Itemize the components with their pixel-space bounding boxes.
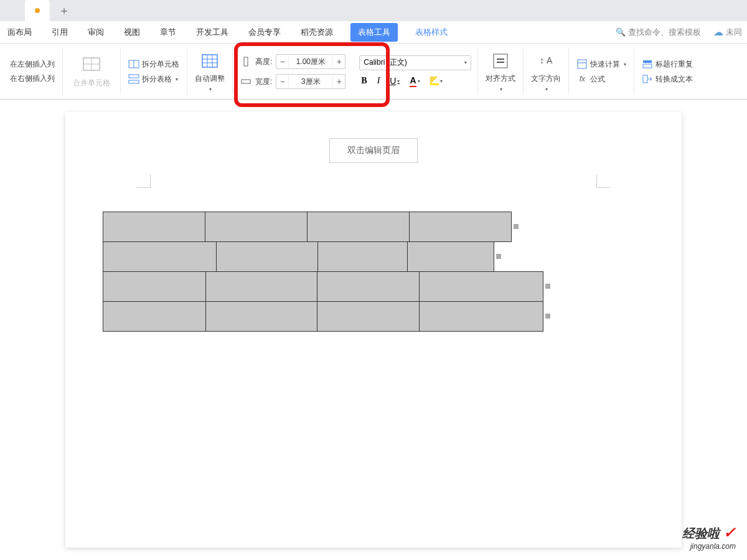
table-row[interactable] <box>103 241 644 271</box>
text-direction-button[interactable]: ↕A 文字方向▾ <box>529 49 563 95</box>
chevron-down-icon: ▾ <box>500 86 502 92</box>
insert-column-left[interactable]: 在左侧插入列 <box>7 58 57 71</box>
menu-left: 面布局 引用 审阅 视图 章节 开发工具 会员专享 稻壳资源 表格工具 表格样式 <box>5 23 450 42</box>
menu-resources[interactable]: 稻壳资源 <box>298 23 336 42</box>
merge-cells-label: 合并单元格 <box>70 77 113 90</box>
table-cell[interactable] <box>317 301 420 332</box>
header-repeat-button[interactable]: 标题行重复 <box>639 57 695 71</box>
bold-button[interactable]: B <box>359 75 369 87</box>
underline-button[interactable]: U▾ <box>388 75 402 87</box>
font-selector[interactable]: Calibri (正文) ▾ <box>359 55 471 70</box>
menu-review[interactable]: 审阅 <box>85 23 106 42</box>
search-commands[interactable]: 🔍 查找命令、搜索模板 <box>616 27 701 38</box>
table-cell[interactable] <box>216 241 318 272</box>
svg-rect-21 <box>643 60 652 63</box>
table-cell[interactable] <box>205 271 317 302</box>
cloud-label: 未同 <box>726 27 742 38</box>
watermark-sub: jingyanla.com <box>682 542 736 551</box>
menu-table-tools[interactable]: 表格工具 <box>350 23 398 42</box>
width-decrease[interactable]: − <box>276 75 289 88</box>
convert-group: 标题行重复 转换成文本 <box>634 49 700 95</box>
table-cell[interactable] <box>205 212 308 242</box>
align-button[interactable]: 对齐方式▾ <box>483 49 518 95</box>
width-increase[interactable]: + <box>332 75 345 88</box>
modified-dot-icon <box>35 8 40 13</box>
split-group: 拆分单元格 拆分表格 ▾ <box>121 49 187 95</box>
table-row[interactable] <box>103 212 644 241</box>
margin-corner-tl <box>137 174 151 188</box>
format-row: B I U▾ A▾ ▾ <box>359 74 471 88</box>
auto-adjust-button[interactable]: 自动调整 ▾ <box>192 49 227 95</box>
menu-dev[interactable]: 开发工具 <box>194 23 231 42</box>
formula-button[interactable]: fx 公式 <box>574 72 629 86</box>
table-cell[interactable] <box>419 271 543 302</box>
edit-header-button[interactable]: 双击编辑页眉 <box>329 138 418 163</box>
menu-reference[interactable]: 引用 <box>49 23 70 42</box>
svg-rect-23 <box>643 75 647 83</box>
table-cell[interactable] <box>419 301 543 332</box>
table-cell[interactable] <box>103 212 205 242</box>
menu-layout[interactable]: 面布局 <box>5 23 34 42</box>
highlight-icon <box>430 77 439 85</box>
table-cell[interactable] <box>317 241 408 272</box>
highlight-button[interactable]: ▾ <box>428 75 444 86</box>
font-name: Calibri (正文) <box>364 57 406 68</box>
auto-adjust-label: 自动调整 <box>195 73 225 84</box>
table-row[interactable] <box>103 271 644 301</box>
split-table-button[interactable]: 拆分表格 ▾ <box>126 72 182 86</box>
convert-to-text-button[interactable]: 转换成文本 <box>639 72 695 86</box>
table-cell[interactable] <box>307 212 410 242</box>
table-cell[interactable] <box>205 301 317 332</box>
font-color-button[interactable]: A▾ <box>408 74 421 88</box>
document-area: 双击编辑页眉 <box>0 100 747 548</box>
table-cell[interactable] <box>103 241 217 272</box>
table-cell[interactable] <box>317 271 420 302</box>
menu-chapter[interactable]: 章节 <box>157 23 179 42</box>
search-icon: 🔍 <box>616 27 626 37</box>
height-row: 高度: − + <box>240 54 345 69</box>
table-row[interactable] <box>103 301 644 331</box>
table-cell[interactable] <box>103 301 206 332</box>
document-table[interactable] <box>103 212 644 331</box>
quick-calc-button[interactable]: 快速计算▾ <box>574 57 629 71</box>
height-input[interactable] <box>289 57 332 66</box>
cloud-icon: ☁ <box>713 26 723 38</box>
svg-rect-19 <box>578 60 586 68</box>
margin-corner-tr <box>596 174 610 188</box>
width-input[interactable] <box>289 77 332 86</box>
height-decrease[interactable]: − <box>276 55 289 68</box>
active-tab[interactable] <box>25 0 50 21</box>
height-spinner: − + <box>276 54 345 69</box>
menu-bar: 面布局 引用 审阅 视图 章节 开发工具 会员专享 稻壳资源 表格工具 表格样式… <box>0 21 747 44</box>
table-cell[interactable] <box>103 271 206 302</box>
chevron-down-icon: ▾ <box>209 86 212 92</box>
add-tab-button[interactable]: ＋ <box>55 1 73 20</box>
cloud-sync-status[interactable]: ☁ 未同 <box>713 26 742 38</box>
table-cell[interactable] <box>409 212 512 242</box>
calc-group: 快速计算▾ fx 公式 <box>569 49 634 95</box>
calc-icon <box>576 58 588 70</box>
svg-rect-7 <box>202 55 217 67</box>
header-repeat-label: 标题行重复 <box>655 59 693 70</box>
chevron-down-icon: ▾ <box>176 77 178 82</box>
chevron-down-icon: ▾ <box>440 78 443 84</box>
quick-calc-label: 快速计算 <box>590 59 620 70</box>
auto-adjust-group: 自动调整 ▾ <box>187 49 233 95</box>
menu-member[interactable]: 会员专享 <box>246 23 283 42</box>
insert-column-right[interactable]: 在右侧插入列 <box>7 72 57 85</box>
formula-icon: fx <box>576 73 588 85</box>
font-group: Calibri (正文) ▾ B I U▾ A▾ ▾ <box>353 49 478 95</box>
split-table-label: 拆分表格 <box>142 74 172 85</box>
chevron-down-icon: ▾ <box>464 60 467 65</box>
merge-cells-button[interactable]: 合并单元格 <box>68 52 115 92</box>
row-end-marker <box>545 314 550 319</box>
height-increase[interactable]: + <box>332 55 345 68</box>
document-page[interactable]: 双击编辑页眉 <box>65 112 682 548</box>
height-icon <box>240 56 251 67</box>
split-cells-button[interactable]: 拆分单元格 <box>126 57 182 71</box>
italic-button[interactable]: I <box>375 75 382 87</box>
svg-rect-5 <box>129 75 139 78</box>
table-cell[interactable] <box>407 241 494 272</box>
menu-table-style[interactable]: 表格样式 <box>413 23 450 42</box>
menu-view[interactable]: 视图 <box>121 23 143 42</box>
